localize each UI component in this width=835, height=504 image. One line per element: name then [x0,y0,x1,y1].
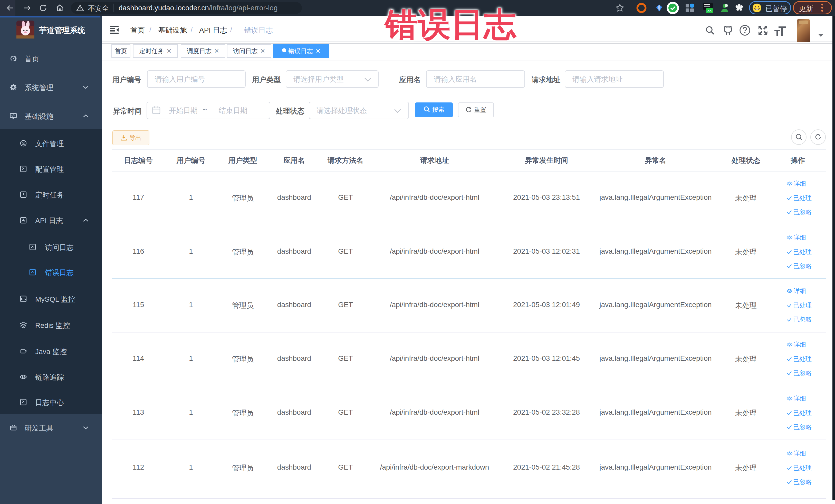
svg-text:on: on [708,9,712,13]
